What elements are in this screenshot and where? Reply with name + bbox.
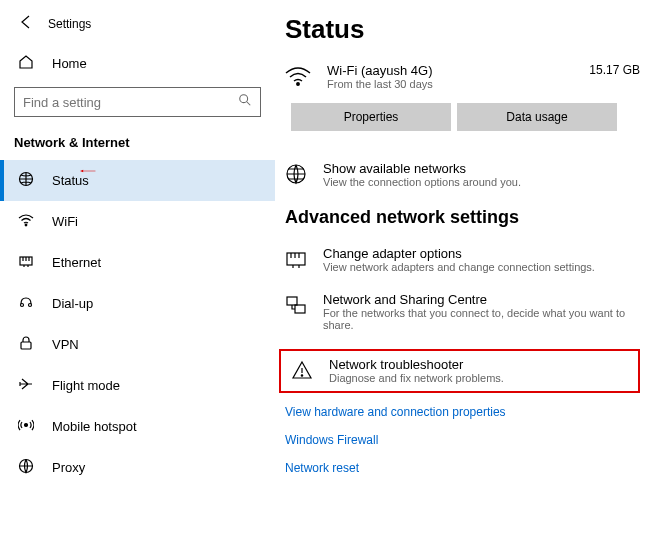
home-icon bbox=[18, 54, 34, 73]
sidebar-item-label: Ethernet bbox=[52, 255, 101, 270]
page-title: Status bbox=[285, 14, 640, 45]
sidebar-item-label: Dial-up bbox=[52, 296, 93, 311]
sidebar-item-label: Flight mode bbox=[52, 378, 120, 393]
wifi-name: Wi-Fi (aayush 4G) bbox=[327, 63, 573, 78]
reset-link[interactable]: Network reset bbox=[285, 461, 640, 475]
main-panel: Status Wi-Fi (aayush 4G) From the last 3… bbox=[275, 0, 650, 548]
sidebar-section: Network & Internet bbox=[0, 117, 275, 160]
svg-marker-3 bbox=[80, 170, 83, 173]
troubleshooter-option[interactable]: Network troubleshooter Diagnose and fix … bbox=[291, 357, 628, 385]
sidebar-item-vpn[interactable]: VPN bbox=[0, 324, 275, 365]
airplane-icon bbox=[18, 376, 34, 395]
opt-sub: View network adapters and change connect… bbox=[323, 261, 595, 273]
firewall-link[interactable]: Windows Firewall bbox=[285, 433, 640, 447]
proxy-icon bbox=[18, 458, 34, 477]
search-icon bbox=[238, 93, 252, 111]
svg-rect-15 bbox=[295, 305, 305, 313]
sidebar-item-wifi[interactable]: WiFi bbox=[0, 201, 275, 242]
sidebar-item-label: Proxy bbox=[52, 460, 85, 475]
hotspot-icon bbox=[18, 417, 34, 436]
advanced-heading: Advanced network settings bbox=[285, 207, 640, 228]
sidebar-item-status[interactable]: Status bbox=[0, 160, 275, 201]
wifi-status-row: Wi-Fi (aayush 4G) From the last 30 days … bbox=[285, 63, 640, 91]
opt-sub: View the connection options around you. bbox=[323, 176, 521, 188]
sidebar-item-label: Mobile hotspot bbox=[52, 419, 137, 434]
search-box[interactable] bbox=[14, 87, 261, 117]
opt-sub: For the networks that you connect to, de… bbox=[323, 307, 640, 331]
sharing-icon bbox=[285, 292, 307, 320]
annotation-arrow bbox=[80, 163, 96, 182]
opt-sub: Diagnose and fix network problems. bbox=[329, 372, 504, 384]
home-item[interactable]: Home bbox=[0, 44, 275, 83]
highlight-annotation: Network troubleshooter Diagnose and fix … bbox=[279, 349, 640, 393]
adapter-icon bbox=[285, 246, 307, 274]
svg-point-9 bbox=[25, 424, 28, 427]
opt-title: Change adapter options bbox=[323, 246, 595, 261]
properties-button[interactable]: Properties bbox=[291, 103, 451, 131]
svg-rect-14 bbox=[287, 297, 297, 305]
sidebar-item-ethernet[interactable]: Ethernet bbox=[0, 242, 275, 283]
data-usage-button[interactable]: Data usage bbox=[457, 103, 617, 131]
sidebar-item-label: VPN bbox=[52, 337, 79, 352]
globe-icon bbox=[285, 161, 307, 189]
warning-icon bbox=[291, 357, 313, 385]
svg-point-7 bbox=[29, 304, 32, 307]
back-icon[interactable] bbox=[18, 14, 34, 34]
svg-rect-13 bbox=[287, 253, 305, 265]
sharing-option[interactable]: Network and Sharing Centre For the netwo… bbox=[285, 292, 640, 331]
app-title: Settings bbox=[48, 17, 91, 31]
svg-point-0 bbox=[240, 95, 248, 103]
svg-rect-8 bbox=[21, 342, 31, 349]
search-input[interactable] bbox=[23, 95, 238, 110]
hardware-link[interactable]: View hardware and connection properties bbox=[285, 405, 640, 419]
sidebar-item-hotspot[interactable]: Mobile hotspot bbox=[0, 406, 275, 447]
home-label: Home bbox=[52, 56, 87, 71]
status-icon bbox=[18, 171, 34, 190]
sidebar: Settings Home Network & Internet Status bbox=[0, 0, 275, 548]
sidebar-item-label: WiFi bbox=[52, 214, 78, 229]
wifi-icon bbox=[18, 212, 34, 231]
opt-title: Network and Sharing Centre bbox=[323, 292, 640, 307]
adapter-option[interactable]: Change adapter options View network adap… bbox=[285, 246, 640, 274]
svg-point-16 bbox=[301, 375, 302, 376]
svg-point-6 bbox=[21, 304, 24, 307]
opt-title: Network troubleshooter bbox=[329, 357, 504, 372]
ethernet-icon bbox=[18, 253, 34, 272]
wifi-signal-icon bbox=[285, 63, 311, 91]
sidebar-item-dialup[interactable]: Dial-up bbox=[0, 283, 275, 324]
svg-point-11 bbox=[297, 83, 299, 85]
sidebar-item-flight[interactable]: Flight mode bbox=[0, 365, 275, 406]
vpn-icon bbox=[18, 335, 34, 354]
show-networks-option[interactable]: Show available networks View the connect… bbox=[285, 161, 640, 189]
dialup-icon bbox=[18, 294, 34, 313]
wifi-sub: From the last 30 days bbox=[327, 78, 573, 90]
opt-title: Show available networks bbox=[323, 161, 521, 176]
wifi-usage: 15.17 GB bbox=[589, 63, 640, 77]
sidebar-item-proxy[interactable]: Proxy bbox=[0, 447, 275, 488]
svg-point-4 bbox=[25, 224, 27, 226]
